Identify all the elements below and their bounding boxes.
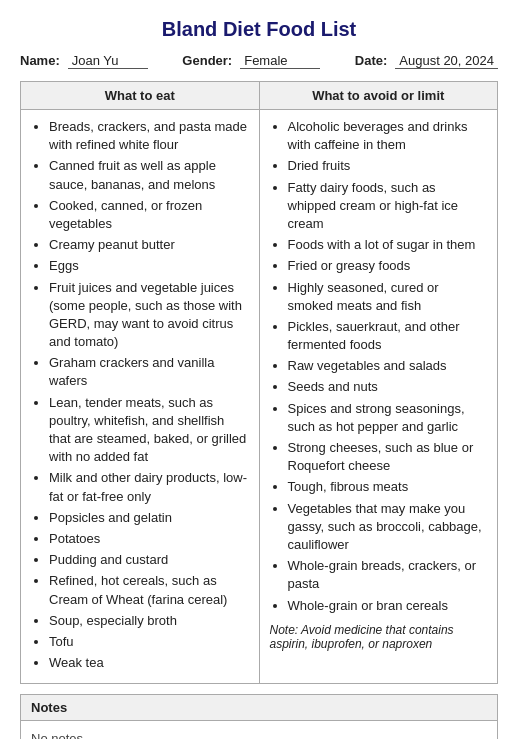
gender-label: Gender:: [182, 53, 232, 68]
avoid-list-item: Whole-grain or bran cereals: [288, 597, 488, 615]
notes-section: Notes No notes.: [20, 694, 498, 739]
eat-column: Breads, crackers, and pasta made with re…: [21, 110, 260, 684]
avoid-list: Alcoholic beverages and drinks with caff…: [270, 118, 488, 615]
eat-list-item: Weak tea: [49, 654, 249, 672]
avoid-list-item: Tough, fibrous meats: [288, 478, 488, 496]
eat-list-item: Lean, tender meats, such as poultry, whi…: [49, 394, 249, 467]
eat-list-item: Potatoes: [49, 530, 249, 548]
eat-list-item: Creamy peanut butter: [49, 236, 249, 254]
avoid-list-item: Highly seasoned, cured or smoked meats a…: [288, 279, 488, 315]
eat-list-item: Pudding and custard: [49, 551, 249, 569]
date-label: Date:: [355, 53, 388, 68]
name-label: Name:: [20, 53, 60, 68]
avoid-column: Alcoholic beverages and drinks with caff…: [259, 110, 498, 684]
col-avoid-header: What to avoid or limit: [259, 82, 498, 110]
avoid-list-item: Pickles, sauerkraut, and other fermented…: [288, 318, 488, 354]
eat-list-item: Fruit juices and vegetable juices (some …: [49, 279, 249, 352]
food-table: What to eat What to avoid or limit Bread…: [20, 81, 498, 684]
eat-list-item: Graham crackers and vanilla wafers: [49, 354, 249, 390]
eat-list-item: Popsicles and gelatin: [49, 509, 249, 527]
eat-list: Breads, crackers, and pasta made with re…: [31, 118, 249, 672]
date-value: August 20, 2024: [395, 53, 498, 69]
avoid-list-item: Raw vegetables and salads: [288, 357, 488, 375]
gender-value: Female: [240, 53, 320, 69]
notes-header: Notes: [21, 695, 497, 721]
avoid-list-item: Whole-grain breads, crackers, or pasta: [288, 557, 488, 593]
eat-list-item: Refined, hot cereals, such as Cream of W…: [49, 572, 249, 608]
avoid-list-item: Vegetables that may make you gassy, such…: [288, 500, 488, 555]
eat-list-item: Eggs: [49, 257, 249, 275]
eat-list-item: Milk and other dairy products, low-fat o…: [49, 469, 249, 505]
avoid-list-item: Spices and strong seasonings, such as ho…: [288, 400, 488, 436]
notes-body: No notes.: [21, 721, 497, 739]
eat-list-item: Soup, especially broth: [49, 612, 249, 630]
eat-list-item: Cooked, canned, or frozen vegetables: [49, 197, 249, 233]
name-value: Joan Yu: [68, 53, 148, 69]
avoid-list-item: Foods with a lot of sugar in them: [288, 236, 488, 254]
page-title: Bland Diet Food List: [20, 18, 498, 41]
avoid-list-item: Fried or greasy foods: [288, 257, 488, 275]
eat-list-item: Tofu: [49, 633, 249, 651]
avoid-list-item: Alcoholic beverages and drinks with caff…: [288, 118, 488, 154]
eat-list-item: Canned fruit as well as apple sauce, ban…: [49, 157, 249, 193]
avoid-list-item: Strong cheeses, such as blue or Roquefor…: [288, 439, 488, 475]
avoid-note: Note: Avoid medicine that contains aspir…: [270, 623, 488, 651]
avoid-list-item: Fatty dairy foods, such as whipped cream…: [288, 179, 488, 234]
col-eat-header: What to eat: [21, 82, 260, 110]
avoid-list-item: Dried fruits: [288, 157, 488, 175]
avoid-list-item: Seeds and nuts: [288, 378, 488, 396]
eat-list-item: Breads, crackers, and pasta made with re…: [49, 118, 249, 154]
